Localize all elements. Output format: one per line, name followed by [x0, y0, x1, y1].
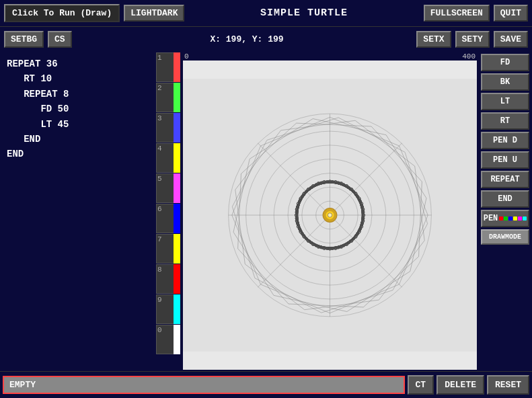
- pen-dot-green: [504, 216, 508, 221]
- palette-item-9[interactable]: 9: [156, 294, 180, 324]
- setx-button[interactable]: SETX: [416, 31, 451, 48]
- end-button[interactable]: END: [481, 190, 529, 208]
- lt-button[interactable]: LT: [481, 93, 529, 110]
- pen-dot-yellow: [513, 216, 517, 221]
- repeat-button[interactable]: REPEAT: [481, 171, 529, 188]
- main-layout: REPEAT 36 RT 10 REPEAT 8 FD 50 LT 45 END…: [0, 51, 532, 371]
- coordinates: X: 199, Y: 199: [81, 34, 413, 44]
- turtle-drawing: [183, 61, 477, 370]
- bk-button[interactable]: BK: [481, 73, 529, 91]
- code-line-5: LT 45: [7, 117, 148, 132]
- palette-item-7[interactable]: 7: [156, 234, 180, 264]
- save-button[interactable]: SAVE: [494, 31, 528, 48]
- ruler-top: 0 400: [183, 52, 477, 61]
- canvas-wrapper: 0 400: [182, 51, 478, 371]
- click-run-button[interactable]: Click To Run (Draw): [4, 4, 120, 22]
- pen-color-dots: [499, 216, 527, 221]
- quit-button[interactable]: QUIT: [494, 5, 528, 22]
- palette-item-2[interactable]: 2: [156, 83, 180, 112]
- pen-dot-magenta: [518, 216, 522, 221]
- ct-button[interactable]: CT: [408, 375, 434, 395]
- code-line-7: END: [7, 147, 148, 161]
- palette-item-1[interactable]: 1: [156, 52, 180, 82]
- setbg-button[interactable]: SETBG: [4, 31, 44, 48]
- pen-color-button[interactable]: PEN: [481, 210, 529, 227]
- lightdark-button[interactable]: LIGHTDARK: [124, 5, 184, 22]
- code-line-6: END: [7, 132, 148, 147]
- pend-button[interactable]: PEN D: [481, 132, 529, 149]
- app-title: SIMPLE TURTLE: [188, 7, 419, 19]
- palette-strip: 1 2 3 4: [155, 51, 182, 371]
- rt-button[interactable]: RT: [481, 112, 529, 130]
- palette-item-5[interactable]: 5: [156, 173, 180, 203]
- reset-button[interactable]: RESET: [487, 375, 529, 395]
- penu-button[interactable]: PEN U: [481, 151, 529, 169]
- sety-button[interactable]: SETY: [455, 31, 490, 48]
- command-input[interactable]: [3, 376, 405, 394]
- palette-item-4[interactable]: 4: [156, 143, 180, 173]
- delete-button[interactable]: DELETE: [436, 375, 484, 395]
- fullscreen-button[interactable]: FULLSCREEN: [424, 5, 490, 22]
- turtle-canvas[interactable]: [183, 61, 477, 370]
- code-line-4: FD 50: [7, 102, 148, 116]
- right-panel: FD BK LT RT PEN D PEN U REPEAT END PEN D…: [478, 51, 532, 371]
- code-line-2: RT 10: [7, 71, 148, 86]
- ruler-right: 400: [462, 52, 476, 61]
- palette-item-8[interactable]: 8: [156, 264, 180, 294]
- pen-dot-cyan: [523, 216, 527, 221]
- fd-button[interactable]: FD: [481, 54, 529, 71]
- code-editor[interactable]: REPEAT 36 RT 10 REPEAT 8 FD 50 LT 45 END…: [0, 51, 155, 371]
- svg-point-14: [328, 213, 332, 217]
- code-line-3: REPEAT 8: [7, 87, 148, 102]
- bottom-bar: CT DELETE RESET: [0, 371, 532, 398]
- cs-button[interactable]: CS: [48, 31, 72, 48]
- middle-section: 1 2 3 4: [155, 51, 478, 371]
- code-line-1: REPEAT 36: [7, 56, 148, 71]
- pen-dot-blue: [508, 216, 512, 221]
- drawmode-button[interactable]: DRAWMODE: [481, 229, 529, 245]
- second-bar: SETBG CS X: 199, Y: 199 SETX SETY SAVE: [0, 27, 532, 51]
- top-bar: Click To Run (Draw) LIGHTDARK SIMPLE TUR…: [0, 0, 532, 27]
- pen-dot-red: [499, 216, 503, 221]
- canvas-row: 1 2 3 4: [155, 51, 478, 371]
- palette-item-0[interactable]: 0: [156, 325, 180, 354]
- palette-item-3[interactable]: 3: [156, 113, 180, 143]
- palette-item-6[interactable]: 6: [156, 204, 180, 233]
- ruler-left: 0: [184, 52, 189, 61]
